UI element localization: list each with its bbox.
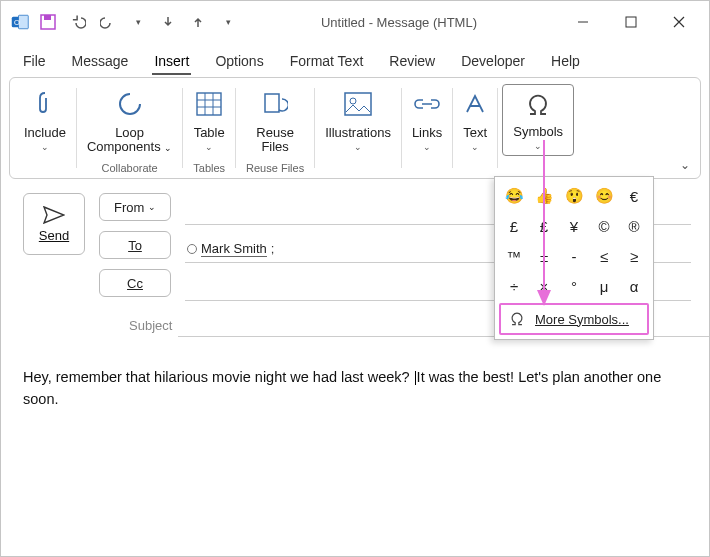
outlook-icon: O [11, 13, 29, 31]
minimize-button[interactable] [561, 7, 605, 37]
symbol-cell[interactable]: ≥ [619, 241, 649, 271]
tab-help[interactable]: Help [541, 47, 590, 77]
symbol-cell[interactable]: × [529, 271, 559, 301]
symbol-cell[interactable]: 😊 [589, 181, 619, 211]
separator [182, 88, 183, 168]
symbol-cell[interactable]: £ [529, 211, 559, 241]
loop-components-button[interactable]: LoopComponents ⌄ Collaborate [79, 82, 180, 174]
chevron-down-icon: ⌄ [41, 142, 49, 152]
links-button[interactable]: Links ⌄ [404, 82, 450, 174]
reuse-files-footer: Reuse Files [246, 160, 304, 174]
svg-rect-6 [626, 17, 636, 27]
from-button[interactable]: From ⌄ [99, 193, 171, 221]
subject-label: Subject [129, 318, 172, 333]
collaborate-footer: Collaborate [101, 160, 157, 174]
symbol-cell[interactable]: - [559, 241, 589, 271]
symbol-cell[interactable]: ÷ [499, 271, 529, 301]
ribbon: Include ⌄ LoopComponents ⌄ Collaborate T… [9, 77, 701, 179]
chevron-down-icon: ⌄ [205, 142, 213, 152]
tab-file[interactable]: File [13, 47, 56, 77]
tab-review[interactable]: Review [379, 47, 445, 77]
redo-icon[interactable] [99, 13, 117, 31]
symbol-cell[interactable]: α [619, 271, 649, 301]
ribbon-tabs: File Message Insert Options Format Text … [1, 43, 709, 77]
qat-overflow-icon[interactable]: ▾ [219, 13, 237, 31]
presence-icon [187, 244, 197, 254]
svg-text:O: O [14, 18, 20, 27]
ribbon-collapse-icon[interactable]: ⌄ [680, 158, 690, 172]
separator [452, 88, 453, 168]
message-body[interactable]: Hey, remember that hilarious movie night… [1, 347, 709, 431]
link-icon [414, 84, 440, 124]
svg-point-14 [350, 98, 356, 104]
include-label: Include [24, 126, 66, 140]
down-arrow-icon[interactable] [159, 13, 177, 31]
up-arrow-icon[interactable] [189, 13, 207, 31]
omega-icon [525, 87, 551, 123]
symbols-label: Symbols [513, 125, 563, 139]
chevron-down-icon: ⌄ [354, 142, 362, 152]
maximize-button[interactable] [609, 7, 653, 37]
symbol-cell[interactable]: μ [589, 271, 619, 301]
reuse-files-icon [262, 84, 288, 124]
title-bar: O ▾ ▾ Untitled - Message (HTML) [1, 1, 709, 43]
send-button[interactable]: Send [23, 193, 85, 255]
symbols-button[interactable]: Symbols ⌄ [502, 84, 574, 156]
tables-footer: Tables [193, 160, 225, 174]
table-button[interactable]: Table ⌄ Tables [185, 82, 233, 174]
svg-rect-4 [44, 15, 51, 20]
illustrations-button[interactable]: Illustrations ⌄ [317, 82, 399, 174]
separator [314, 88, 315, 168]
text-cursor [415, 371, 416, 386]
tab-options[interactable]: Options [205, 47, 273, 77]
separator [497, 88, 498, 168]
include-group[interactable]: Include ⌄ [16, 82, 74, 174]
symbol-cell[interactable]: ¥ [559, 211, 589, 241]
recipient-chip[interactable]: Mark Smith; [187, 241, 274, 257]
symbol-cell[interactable]: ° [559, 271, 589, 301]
svg-rect-13 [345, 93, 371, 115]
chevron-down-icon[interactable]: ▾ [129, 13, 147, 31]
symbol-cell[interactable]: ≤ [589, 241, 619, 271]
separator [76, 88, 77, 168]
illustrations-label: Illustrations [325, 126, 391, 140]
symbol-cell[interactable]: 👍 [529, 181, 559, 211]
symbol-cell[interactable]: € [619, 181, 649, 211]
tab-format-text[interactable]: Format Text [280, 47, 374, 77]
symbol-grid: 😂 👍 😲 😊 € £ £ ¥ © ® ™ ± - ≤ ≥ ÷ × ° μ α [499, 181, 649, 301]
symbol-cell[interactable]: © [589, 211, 619, 241]
to-button[interactable]: To [99, 231, 171, 259]
close-button[interactable] [657, 7, 701, 37]
symbol-cell[interactable]: 😂 [499, 181, 529, 211]
symbol-cell[interactable]: ™ [499, 241, 529, 271]
more-symbols-button[interactable]: More Symbols... [499, 303, 649, 335]
window-controls [561, 7, 701, 37]
separator [235, 88, 236, 168]
omega-icon [509, 311, 525, 327]
symbol-cell[interactable]: ® [619, 211, 649, 241]
attach-icon [34, 84, 56, 124]
quick-access-toolbar: ▾ ▾ [39, 13, 237, 31]
symbol-cell[interactable]: ± [529, 241, 559, 271]
links-label: Links [412, 126, 442, 140]
loop-label: LoopComponents ⌄ [87, 126, 172, 155]
svg-rect-7 [197, 93, 221, 115]
text-icon [463, 84, 487, 124]
cc-button[interactable]: Cc [99, 269, 171, 297]
send-icon [43, 206, 65, 224]
send-label: Send [39, 228, 69, 243]
reuse-files-button[interactable]: ReuseFiles Reuse Files [238, 82, 312, 174]
undo-icon[interactable] [69, 13, 87, 31]
tab-insert[interactable]: Insert [144, 47, 199, 77]
text-button[interactable]: Text ⌄ [455, 82, 495, 174]
symbol-cell[interactable]: £ [499, 211, 529, 241]
save-icon[interactable] [39, 13, 57, 31]
loop-icon [117, 84, 143, 124]
chevron-down-icon: ⌄ [423, 142, 431, 152]
tab-message[interactable]: Message [62, 47, 139, 77]
tab-developer[interactable]: Developer [451, 47, 535, 77]
reuse-files-label: ReuseFiles [256, 126, 294, 155]
table-label: Table [194, 126, 225, 140]
symbols-flyout: 😂 👍 😲 😊 € £ £ ¥ © ® ™ ± - ≤ ≥ ÷ × ° μ α … [494, 176, 654, 340]
symbol-cell[interactable]: 😲 [559, 181, 589, 211]
